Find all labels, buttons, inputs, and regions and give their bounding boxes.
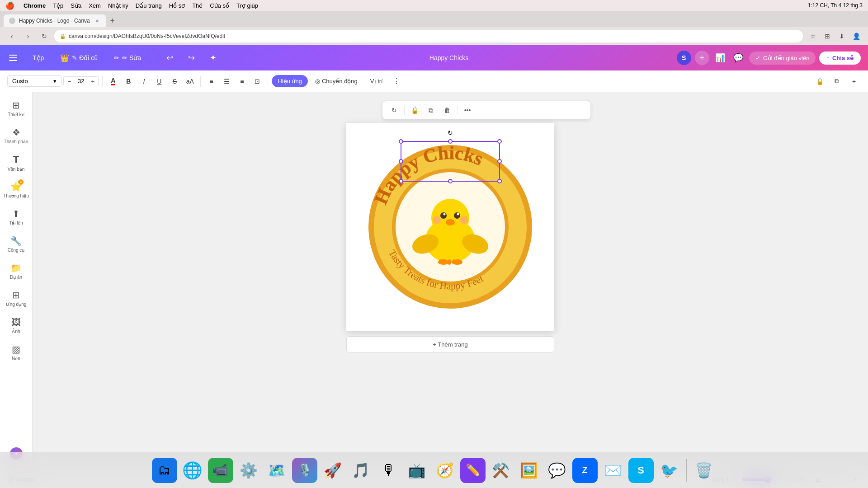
bullet-list-button[interactable]: ☰ bbox=[220, 75, 233, 88]
add-collaborator-button[interactable]: + bbox=[695, 51, 709, 65]
menu-trogiup[interactable]: Trợ giúp bbox=[236, 2, 258, 9]
refresh-button[interactable]: ↻ bbox=[38, 30, 51, 42]
menu-the[interactable]: Thẻ bbox=[192, 2, 203, 9]
animate-button[interactable]: ◎ Chuyển động bbox=[310, 75, 363, 87]
dock-appletv[interactable]: 📺 bbox=[404, 458, 429, 483]
user-avatar[interactable]: S bbox=[677, 51, 691, 65]
lock-element-button[interactable]: 🔒 bbox=[813, 75, 826, 88]
menu-tep[interactable]: Tệp bbox=[53, 2, 63, 9]
canvas-page[interactable]: Happy Chicks Tasty Treats for Happy Feet… bbox=[346, 123, 554, 331]
resize-handle-top-right[interactable] bbox=[497, 139, 502, 144]
share-button[interactable]: ↑ Chia sẻ bbox=[819, 52, 861, 65]
profile-button[interactable]: 👤 bbox=[850, 30, 863, 42]
dock-music[interactable]: 🎵 bbox=[348, 458, 373, 483]
dock-dev[interactable]: ⚒️ bbox=[488, 458, 514, 483]
dock-podcasts[interactable]: 🎙 bbox=[376, 458, 401, 483]
send-to-teacher-button[interactable]: ✓ Gửi đến giáo viên bbox=[749, 52, 816, 65]
menu-sua[interactable]: Sửa bbox=[71, 2, 81, 9]
case-button[interactable]: aA bbox=[183, 75, 197, 88]
magic-button[interactable]: ✦ bbox=[205, 50, 221, 66]
back-button[interactable]: ‹ bbox=[5, 30, 18, 42]
sidebar-item-cong-cu[interactable]: 🔧 Công cụ bbox=[2, 231, 31, 257]
browser-tab[interactable]: Happy Chicks - Logo - Canva ✕ bbox=[4, 14, 106, 27]
font-size-input[interactable] bbox=[74, 78, 88, 84]
dock-maps[interactable]: 🗺️ bbox=[264, 458, 289, 483]
dock-zalo[interactable]: Z bbox=[572, 458, 598, 483]
resize-handle-bottom-right[interactable] bbox=[497, 179, 502, 183]
sidebar-item-anh[interactable]: 🖼 Ảnh bbox=[2, 313, 31, 338]
position-button[interactable]: Vị trí bbox=[365, 75, 388, 87]
dock-mail[interactable]: ✉️ bbox=[600, 458, 626, 483]
more-options-sel-button[interactable]: ••• bbox=[461, 104, 474, 117]
file-button[interactable]: Tệp bbox=[27, 52, 49, 64]
dock-finder[interactable]: 🗂 bbox=[152, 458, 177, 483]
bookmark-button[interactable]: ☆ bbox=[807, 30, 819, 42]
effect-button[interactable]: Hiệu ứng bbox=[272, 75, 308, 87]
sidebar-item-du-an[interactable]: 📁 Dự án bbox=[2, 258, 31, 284]
font-selector[interactable]: Gusto ▾ bbox=[7, 75, 61, 87]
dock-photos[interactable]: 🖼️ bbox=[516, 458, 542, 483]
align-button[interactable]: ≡ bbox=[204, 75, 218, 88]
sidebar-item-tai-len[interactable]: ⬆ Tải lên bbox=[2, 204, 31, 230]
redo-button[interactable]: ↪ bbox=[183, 50, 199, 66]
menu-xem[interactable]: Xem bbox=[89, 2, 101, 9]
dock-safari[interactable]: 🧭 bbox=[432, 458, 458, 483]
resize-handle-middle-right[interactable] bbox=[497, 159, 502, 164]
sidebar-item-nen[interactable]: ▨ Nền bbox=[2, 340, 31, 365]
resize-handle-bottom-middle[interactable] bbox=[448, 179, 453, 183]
apple-logo[interactable]: 🍎 bbox=[5, 1, 14, 10]
dock-siri[interactable]: 🎙️ bbox=[292, 458, 317, 483]
text-selection-box[interactable]: ↻ bbox=[401, 141, 500, 182]
italic-button[interactable]: I bbox=[137, 75, 151, 88]
add-page-button[interactable]: + Thêm trang bbox=[346, 336, 554, 352]
strikethrough-button[interactable]: S bbox=[168, 75, 181, 88]
hamburger-button[interactable] bbox=[7, 51, 22, 65]
undo-button[interactable]: ↩ bbox=[161, 50, 178, 66]
lock-button[interactable]: 🔒 bbox=[408, 104, 421, 117]
numbered-list-button[interactable]: ≡ bbox=[235, 75, 249, 88]
dock-facetime[interactable]: 📹 bbox=[208, 458, 233, 483]
resize-handle-middle-left[interactable] bbox=[399, 159, 403, 164]
resize-handle-bottom-left[interactable] bbox=[399, 179, 403, 183]
edit2-button[interactable]: ✏ ✏ Sửa bbox=[108, 52, 146, 64]
dock-trash[interactable]: 🗑️ bbox=[691, 458, 717, 483]
duplicate-button[interactable]: ⧉ bbox=[425, 104, 437, 117]
menu-chrome[interactable]: Chrome bbox=[24, 2, 46, 9]
text-color-button[interactable]: A bbox=[106, 75, 120, 88]
canvas-area[interactable]: ↻ 🔒 ⧉ 🗑 ••• bbox=[33, 92, 868, 470]
sidebar-item-thanh-phan[interactable]: ❖ Thành phần bbox=[2, 123, 31, 148]
increase-font-size-button[interactable]: + bbox=[90, 78, 95, 85]
decrease-font-size-button[interactable]: − bbox=[66, 78, 72, 85]
menu-nhatky[interactable]: Nhật ký bbox=[108, 2, 128, 9]
menu-cuaso[interactable]: Cửa số bbox=[210, 2, 229, 9]
dock-canva[interactable]: ✏️ bbox=[460, 458, 486, 483]
extensions-button[interactable]: ⊞ bbox=[821, 30, 834, 42]
tab-close-button[interactable]: ✕ bbox=[94, 17, 101, 24]
download-button[interactable]: ⬇ bbox=[835, 30, 848, 42]
delete-button[interactable]: 🗑 bbox=[441, 104, 453, 117]
dock-messages[interactable]: 💬 bbox=[544, 458, 570, 483]
menu-hoso[interactable]: Hồ sơ bbox=[169, 2, 185, 9]
dock-launchpad[interactable]: 🚀 bbox=[320, 458, 345, 483]
sidebar-item-thuong-hieu[interactable]: ⭐ ✦ Thương hiệu bbox=[2, 177, 31, 202]
comment-button[interactable]: 💬 bbox=[731, 51, 745, 65]
dock-settings[interactable]: ⚙️ bbox=[236, 458, 261, 483]
sidebar-item-van-ban[interactable]: T Văn bản bbox=[2, 150, 31, 175]
new-tab-button[interactable]: + bbox=[106, 14, 119, 27]
rotate-handle[interactable]: ↻ bbox=[446, 128, 455, 137]
dock-chrome[interactable]: 🌐 bbox=[180, 458, 205, 483]
address-bar[interactable]: 🔒 canva.com/design/DAGhfsBzqU0/0oNs-f5cV… bbox=[54, 30, 803, 42]
resize-handle-top-left[interactable] bbox=[399, 139, 403, 144]
add-element-button[interactable]: + bbox=[847, 75, 861, 88]
rotate-button[interactable]: ↻ bbox=[388, 104, 401, 117]
more-options-button[interactable]: ⋮ bbox=[390, 75, 403, 88]
spacing-button[interactable]: ⊡ bbox=[250, 75, 264, 88]
resize-handle-top-middle[interactable] bbox=[448, 139, 453, 144]
underline-button[interactable]: U bbox=[152, 75, 166, 88]
dock-swift[interactable]: 🐦 bbox=[656, 458, 682, 483]
analytics-button[interactable]: 📊 bbox=[713, 51, 727, 65]
copy-element-button[interactable]: ⧉ bbox=[830, 75, 844, 88]
edit-button[interactable]: 👑 ✎ Đổi cũ bbox=[55, 51, 103, 65]
forward-button[interactable]: › bbox=[22, 30, 34, 42]
sidebar-item-thiet-ke[interactable]: ⊞ Thiết kế bbox=[2, 96, 31, 121]
